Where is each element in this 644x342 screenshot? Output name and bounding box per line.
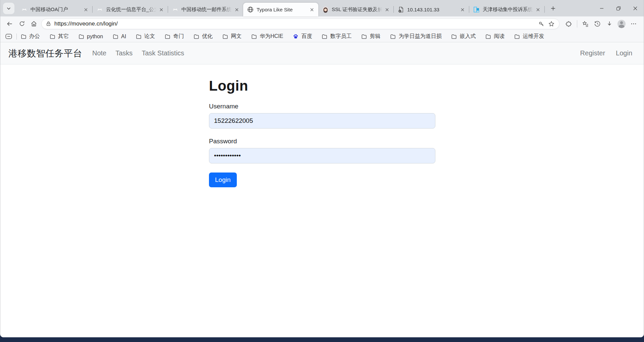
password-field[interactable] [209, 148, 435, 163]
bookmark-folder-qita[interactable]: 其它 [50, 33, 69, 40]
url-text[interactable]: https://moveone.cn/login/ [54, 20, 536, 27]
tab-close-icon[interactable] [459, 6, 466, 13]
bookmark-label: 优化 [202, 33, 213, 40]
blue-grid-favicon [473, 6, 480, 13]
bookmark-folder-yunwei[interactable]: 运维开发 [514, 33, 544, 40]
password-label: Password [209, 138, 644, 145]
tab-title: SSL 证书验证失败及解决 [332, 6, 382, 13]
site-brand[interactable]: 港移数智任务平台 [8, 47, 82, 59]
tab-actions-menu-button[interactable] [3, 3, 14, 14]
history-clock-icon [594, 20, 601, 27]
bookmarks-separator [16, 34, 17, 40]
bookmark-folder-qimen[interactable]: 奇门 [165, 33, 184, 40]
folder-icon [113, 34, 118, 39]
bookmark-folder-ai[interactable]: AI [113, 34, 126, 40]
nav-link-note[interactable]: Note [92, 49, 106, 57]
bookmark-folder-jianji[interactable]: 剪辑 [361, 33, 380, 40]
toolbar-separator [577, 20, 577, 28]
tab-china-mobile-mail[interactable]: 中国移动统一邮件系统 [168, 3, 243, 16]
window-minimize-button[interactable] [593, 0, 610, 16]
profile-button[interactable] [615, 18, 628, 30]
bookmark-label: 为学日益为道日损 [398, 33, 441, 40]
tab-china-mobile-oa[interactable]: 中国移动OA门户 [17, 3, 92, 16]
close-icon [633, 6, 638, 11]
page-viewport: 港移数智任务平台 Note Tasks Task Statistics Regi… [0, 42, 644, 337]
downloads-button[interactable] [603, 18, 615, 30]
baidu-paw-icon [293, 34, 299, 39]
bookmark-label: 百度 [301, 33, 312, 40]
bookmark-folder-qianrushi[interactable]: 嵌入式 [451, 33, 476, 40]
tab-close-icon[interactable] [383, 6, 391, 13]
folder-icon [222, 34, 228, 39]
address-bar[interactable]: https://moveone.cn/login/ [41, 18, 559, 29]
tab-strip: 中国移动OA门户 云化统一信息平台_公文 中国移动统一邮件系统 Typora L… [0, 0, 644, 16]
login-submit-button[interactable]: Login [209, 173, 237, 187]
ellipsis-icon [630, 20, 637, 27]
star-list-icon [582, 20, 589, 27]
username-field[interactable] [209, 113, 435, 129]
tab-tianjin-complaint-system[interactable]: 天津移动集中投诉系统 [469, 3, 544, 16]
history-button[interactable] [591, 18, 603, 30]
bookmark-label: 华为HCIE [260, 33, 283, 40]
bookmark-folder-lunwen[interactable]: 论文 [136, 33, 155, 40]
browser-toolbar: https://moveone.cn/login/ [0, 16, 644, 31]
tab-ip-address[interactable]: 10.143.101.33 [394, 3, 469, 16]
window-restore-button[interactable] [610, 0, 627, 16]
favorites-button[interactable] [579, 18, 591, 30]
bookmark-label: 办公 [29, 33, 40, 40]
folder-icon [50, 34, 55, 39]
key-icon [538, 21, 544, 27]
globe-favicon [247, 6, 254, 13]
saved-passwords-button[interactable] [536, 19, 546, 29]
extensions-button[interactable] [563, 18, 575, 30]
tab-title: 云化统一信息平台_公文 [106, 6, 156, 13]
tab-typora-like-site-active[interactable]: Typora Like Site [243, 3, 318, 16]
restore-icon [616, 6, 621, 11]
tab-title: Typora Like Site [257, 7, 307, 12]
nav-link-register[interactable]: Register [580, 49, 605, 57]
nav-link-login[interactable]: Login [616, 49, 632, 57]
tab-close-icon[interactable] [233, 6, 240, 13]
bookmark-folder-youhua[interactable]: 优化 [194, 33, 213, 40]
folder-icon [21, 34, 26, 39]
add-favorite-button[interactable] [546, 19, 556, 29]
username-label: Username [209, 103, 644, 110]
bookmark-label: python [87, 34, 103, 40]
bookmark-baidu[interactable]: 百度 [293, 33, 312, 40]
tab-close-icon[interactable] [158, 6, 165, 13]
reading-list-button[interactable] [4, 32, 14, 41]
bookmark-label: 数字员工 [330, 33, 352, 40]
tab-ssl-cert-article[interactable]: SSL 证书验证失败及解决 [318, 3, 393, 16]
refresh-button[interactable] [16, 18, 28, 30]
tab-close-icon[interactable] [82, 6, 90, 13]
bookmark-folder-huawei-hcie[interactable]: 华为HCIE [251, 33, 283, 40]
document-error-favicon [398, 6, 404, 13]
chevron-down-icon [6, 6, 11, 11]
tab-close-icon[interactable] [534, 6, 542, 13]
window-close-button[interactable] [627, 0, 644, 16]
folder-icon [451, 34, 457, 39]
china-mobile-favicon [172, 6, 178, 13]
back-button[interactable] [4, 18, 16, 30]
folder-icon [390, 34, 396, 39]
bookmark-label: 剪辑 [370, 33, 380, 40]
bookmark-folder-yuedu[interactable]: 阅读 [485, 33, 504, 40]
login-page-content: Login Username Password Login [0, 64, 644, 337]
folder-icon [322, 34, 327, 39]
new-tab-button[interactable] [547, 3, 559, 14]
nav-auth-links: Register Login [580, 49, 632, 57]
settings-menu-button[interactable] [628, 18, 640, 30]
bookmark-folder-shuzi-yuangong[interactable]: 数字员工 [322, 33, 352, 40]
tab-cloud-info-platform[interactable]: 云化统一信息平台_公文 [93, 3, 168, 16]
tab-close-icon[interactable] [308, 6, 316, 13]
nav-link-tasks[interactable]: Tasks [115, 49, 132, 57]
bookmark-folder-weixue[interactable]: 为学日益为道日损 [390, 33, 441, 40]
bookmark-folder-wangwen[interactable]: 网文 [222, 33, 241, 40]
folder-icon [514, 34, 520, 39]
tabs-container: 中国移动OA门户 云化统一信息平台_公文 中国移动统一邮件系统 Typora L… [17, 0, 559, 16]
browser-window: 中国移动OA门户 云化统一信息平台_公文 中国移动统一邮件系统 Typora L… [0, 0, 644, 337]
home-button[interactable] [28, 18, 40, 30]
bookmark-folder-bangong[interactable]: 办公 [21, 33, 40, 40]
nav-link-task-statistics[interactable]: Task Statistics [142, 49, 184, 57]
bookmark-folder-python[interactable]: python [78, 34, 103, 40]
